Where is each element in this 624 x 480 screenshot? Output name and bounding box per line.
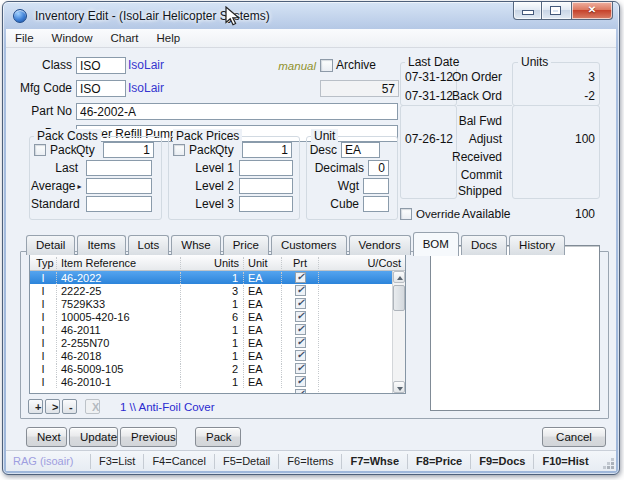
unit-desc-label: Desc — [307, 142, 337, 159]
override-label: Override — [416, 206, 460, 223]
resize-grip[interactable] — [602, 457, 614, 469]
override-checkbox[interactable] — [400, 208, 412, 220]
cancel-button[interactable]: Cancel — [542, 427, 606, 447]
pack-costs-qty-input[interactable] — [103, 142, 154, 158]
level1-input[interactable] — [239, 160, 293, 176]
bom-grid-header: Typ Item Reference Units Unit Prt U/Cost — [30, 255, 405, 271]
level3-input[interactable] — [239, 196, 293, 212]
table-row[interactable]: I2-255N701EA — [30, 336, 405, 349]
bom-item-caption[interactable]: 1 \\ Anti-Foil Cover — [120, 401, 215, 413]
table-row[interactable]: I46-5009-1052EA — [30, 362, 405, 375]
standard-cost-input[interactable] — [86, 196, 152, 212]
next-row-button[interactable]: > — [45, 399, 60, 414]
menu-help[interactable]: Help — [148, 30, 190, 46]
pack-prices-pack-checkbox[interactable] — [173, 144, 185, 156]
menu-window[interactable]: Window — [43, 30, 102, 46]
pack-costs-pack-checkbox[interactable] — [34, 144, 46, 156]
prt-checkbox — [282, 389, 319, 393]
average-flyout-icon — [77, 178, 81, 195]
scrollbar-thumb[interactable] — [393, 285, 405, 311]
commit-label: Commit — [436, 168, 502, 182]
pack-button[interactable]: Pack — [195, 427, 241, 447]
table-row[interactable]: I7529K331EA — [30, 297, 405, 310]
tab-items[interactable]: Items — [77, 235, 125, 255]
wgt-label: Wgt — [307, 178, 359, 195]
last-cost-input[interactable] — [86, 160, 152, 176]
decimals-input[interactable] — [368, 160, 389, 176]
table-row-partial — [30, 388, 405, 393]
tab-history[interactable]: History — [509, 235, 565, 255]
level2-input[interactable] — [239, 178, 293, 194]
tab-whse[interactable]: Whse — [171, 235, 220, 255]
table-row[interactable]: I2222-253EA — [30, 284, 405, 297]
maximize-button[interactable] — [542, 2, 571, 20]
tab-vendors[interactable]: Vendors — [349, 235, 411, 255]
average-cost-input[interactable] — [86, 178, 152, 194]
cube-input[interactable] — [363, 196, 389, 212]
close-button[interactable] — [571, 2, 613, 20]
next-button[interactable]: Next — [26, 427, 67, 447]
decimals-label: Decimals — [307, 160, 364, 177]
table-row[interactable]: I46-2010-11EA — [30, 375, 405, 388]
minimize-button[interactable] — [513, 2, 542, 20]
wgt-input[interactable] — [363, 178, 389, 194]
scroll-up-icon[interactable] — [393, 271, 405, 283]
available-value: 100 — [512, 207, 595, 221]
unit-desc-input[interactable] — [341, 142, 380, 158]
grid-scrollbar[interactable] — [392, 271, 405, 393]
back-ord-value: -2 — [512, 89, 595, 103]
prt-checkbox[interactable] — [282, 285, 319, 296]
available-link[interactable]: Available — [462, 207, 510, 221]
prt-checkbox[interactable] — [282, 376, 319, 387]
pack-prices-legend: Pack Prices — [173, 129, 242, 143]
class-lookup-link[interactable]: IsoLair — [128, 57, 164, 74]
level3-label: Level 3 — [176, 196, 234, 213]
tab-bom[interactable]: BOM — [413, 232, 459, 256]
mfg-code-input[interactable] — [76, 80, 126, 97]
app-window: Inventory Edit - (IsoLair Helicopter Sys… — [2, 1, 620, 475]
prt-checkbox[interactable] — [282, 311, 319, 322]
menu-file[interactable]: File — [6, 30, 43, 46]
prt-checkbox[interactable] — [282, 363, 319, 374]
add-row-button[interactable]: + — [28, 399, 43, 414]
update-button[interactable]: Update — [69, 427, 118, 447]
pack-costs-qty-label: Qty — [76, 142, 95, 159]
prt-checkbox[interactable] — [282, 324, 319, 335]
col-units: Units — [181, 257, 244, 269]
bom-notes-panel[interactable] — [430, 245, 600, 411]
part-no-label: Part No — [14, 103, 72, 120]
table-row[interactable]: I10005-420-166EA — [30, 310, 405, 323]
previous-button[interactable]: Previous — [120, 427, 177, 447]
remove-row-button[interactable]: - — [62, 399, 77, 414]
tab-lots[interactable]: Lots — [128, 235, 170, 255]
status-bar: RAG (isoair) F3=List F4=Cancel F5=Detail… — [6, 450, 616, 471]
tab-detail[interactable]: Detail — [26, 235, 75, 255]
activity-divider — [457, 105, 512, 106]
table-row[interactable]: I46-20221EA — [30, 271, 405, 284]
status-f7: F7=Whse — [341, 454, 407, 469]
adjust-value: 100 — [512, 132, 595, 146]
prt-checkbox[interactable] — [282, 272, 319, 283]
scroll-down-icon[interactable] — [393, 381, 405, 393]
tab-docs[interactable]: Docs — [461, 235, 507, 255]
part-no-input[interactable] — [76, 103, 398, 120]
pack-prices-pack-label: Pack — [189, 142, 216, 159]
prt-checkbox[interactable] — [282, 350, 319, 361]
units-legend: Units — [518, 55, 551, 69]
last-date-legend: Last Date — [405, 55, 462, 69]
table-row[interactable]: I46-20181EA — [30, 349, 405, 362]
tab-strip: Detail Items Lots Whse Price Customers V… — [26, 232, 567, 255]
shipped-label: Shipped — [436, 184, 502, 198]
prt-checkbox[interactable] — [282, 337, 319, 348]
tab-price[interactable]: Price — [223, 235, 269, 255]
table-row[interactable]: I46-20111EA — [30, 323, 405, 336]
mfg-lookup-link[interactable]: IsoLair — [128, 80, 164, 97]
archive-checkbox[interactable] — [320, 59, 333, 72]
class-input[interactable] — [76, 57, 126, 74]
tab-customers[interactable]: Customers — [271, 235, 347, 255]
menu-chart[interactable]: Chart — [101, 30, 147, 46]
prt-checkbox[interactable] — [282, 298, 319, 309]
status-f5: F5=Detail — [214, 454, 278, 469]
pack-prices-qty-input[interactable] — [242, 142, 292, 158]
unit-legend: Unit — [311, 129, 338, 143]
